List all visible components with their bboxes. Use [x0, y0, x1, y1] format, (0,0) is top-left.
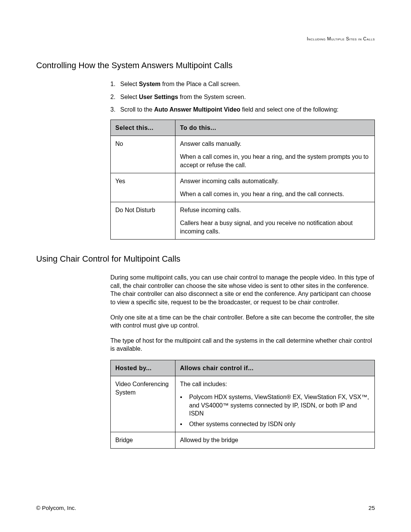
col-header: To do this... — [175, 120, 375, 136]
step-text: Select User Settings from the System scr… — [120, 93, 246, 101]
bullet-list: ▪ Polycom HDX systems, ViewStation® EX, … — [180, 393, 370, 428]
bullet-icon: ▪ — [180, 393, 189, 418]
col-header: Select this... — [111, 120, 175, 136]
paragraph: The type of host for the multipoint call… — [110, 337, 375, 353]
footer-copyright: © Polycom, Inc. — [36, 505, 76, 511]
table-row: Bridge Allowed by the bridge — [111, 432, 375, 449]
step-text: Scroll to the Auto Answer Multipoint Vid… — [120, 105, 339, 114]
table-row: Video Conferencing System The call inclu… — [111, 376, 375, 432]
step-number: 2. — [110, 93, 120, 101]
table-cell: Yes — [111, 173, 175, 202]
table-cell: Allowed by the bridge — [175, 432, 375, 449]
col-header: Allows chair control if... — [175, 360, 375, 376]
paragraph: Only one site at a time can be the chair… — [110, 313, 375, 330]
table-cell: Do Not Disturb — [111, 202, 175, 240]
col-header: Hosted by... — [111, 360, 175, 376]
step-item: 3. Scroll to the Auto Answer Multipoint … — [110, 105, 375, 114]
step-number: 3. — [110, 105, 120, 114]
steps-list: 1. Select System from the Place a Call s… — [110, 80, 375, 114]
table-cell: Refuse incoming calls. Callers hear a bu… — [175, 202, 375, 240]
heading-controlling: Controlling How the System Answers Multi… — [36, 61, 375, 70]
step-item: 2. Select User Settings from the System … — [110, 93, 375, 101]
running-head: Including Multiple Sites in Calls — [36, 36, 375, 42]
table-cell: Bridge — [111, 432, 175, 449]
chair-control-table: Hosted by... Allows chair control if... … — [110, 360, 375, 449]
table-cell: Answer calls manually. When a call comes… — [175, 136, 375, 173]
table-cell: No — [111, 136, 175, 173]
auto-answer-table: Select this... To do this... No Answer c… — [110, 120, 375, 240]
step-item: 1. Select System from the Place a Call s… — [110, 80, 375, 88]
list-item: ▪ Polycom HDX systems, ViewStation® EX, … — [180, 393, 370, 418]
page-number: 25 — [368, 505, 375, 511]
table-row: Do Not Disturb Refuse incoming calls. Ca… — [111, 202, 375, 240]
table-cell: Answer incoming calls automatically. Whe… — [175, 173, 375, 202]
table-row: Hosted by... Allows chair control if... — [111, 360, 375, 376]
table-row: No Answer calls manually. When a call co… — [111, 136, 375, 173]
table-cell: The call includes: ▪ Polycom HDX systems… — [175, 376, 375, 432]
step-number: 1. — [110, 80, 120, 88]
heading-chair-control: Using Chair Control for Multipoint Calls — [36, 254, 375, 264]
table-cell: Video Conferencing System — [111, 376, 175, 432]
table-row: Yes Answer incoming calls automatically.… — [111, 173, 375, 202]
bullet-icon: ▪ — [180, 420, 189, 428]
list-item: ▪ Other systems connected by ISDN only — [180, 420, 370, 428]
table-row: Select this... To do this... — [111, 120, 375, 136]
step-text: Select System from the Place a Call scre… — [120, 80, 241, 88]
page-footer: © Polycom, Inc. 25 — [36, 505, 375, 511]
paragraph: During some multipoint calls, you can us… — [110, 273, 375, 306]
